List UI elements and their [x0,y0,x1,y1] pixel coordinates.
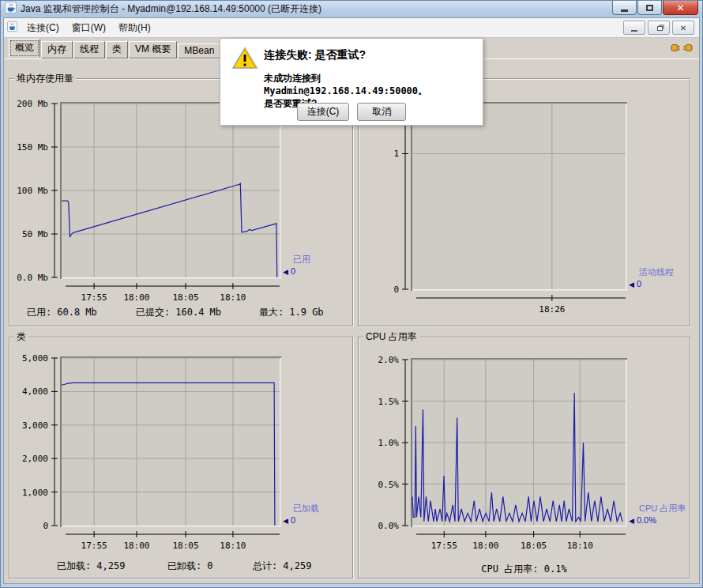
title-bar[interactable]: Java 监视和管理控制台 - Myadmin@192.168.14.49:50… [1,1,702,17]
cpu-chart-panel: CPU 占用率 2.0%1.5%1.0%0.5%0.0%17:5518:0018… [358,337,690,579]
disconnected-plug-icon[interactable] [671,42,693,57]
status-label: CPU 占用率: [481,564,538,575]
close-button[interactable]: ✕ [663,1,698,15]
status-value: 1.9 Gb [289,307,323,318]
tab-classes[interactable]: 类 [106,41,128,58]
frame-close-button[interactable]: ✕ [672,21,694,35]
status-label: 总计: [253,560,277,571]
y-tick-label: 1,000 [22,488,48,498]
warning-icon [231,47,258,74]
frame-minimize-button[interactable] [623,21,645,35]
x-tick-label: 18:00 [472,541,498,551]
status-value: 160.4 Mb [175,307,221,318]
menu-bar: 连接(C) 窗口(W) 帮助(H) ✕ [4,18,699,38]
overview-content: 堆内存使用量 200 Mb150 Mb100 Mb50 Mb0.0 Mb17:5… [4,58,699,583]
close-icon: ✕ [676,3,684,13]
status-label: 已卸载: [167,560,201,571]
x-tick-label: 18:00 [123,541,149,551]
y-tick-label: 0 [43,521,48,531]
dialog-target-address: Myadmin@192.168.14.49:50000 [264,85,418,96]
maximize-button[interactable] [637,1,662,15]
cpu-legend[interactable]: CPU 占用率 ◀0.0% [629,503,686,527]
y-tick-label: 1.0% [378,438,400,448]
classes-legend[interactable]: 已加载 ◀0 [283,503,319,527]
y-tick-label: 3,000 [22,420,48,431]
legend-label: 已加载 [293,503,319,514]
menu-connection[interactable]: 连接(C) [21,19,66,37]
tab-threads[interactable]: 线程 [73,41,105,58]
status-value: 0.1% [544,564,567,575]
threads-legend[interactable]: 活动线程 ◀0 [629,266,674,291]
plot-area [412,104,626,289]
legend-label: 已用 [293,254,310,266]
frame-restore-icon [657,26,663,31]
legend-value: 0 [637,279,641,288]
cancel-button[interactable]: 取消 [357,103,406,121]
tab-overview[interactable]: 概览 [9,39,40,58]
legend-label: 活动线程 [639,266,674,278]
legend-marker-icon: ◀ [283,517,288,525]
x-tick-label: 17:55 [81,541,107,551]
status-value: 60.8 Mb [57,307,97,318]
x-tick-label: 17:55 [81,292,107,303]
classes-chart-panel: 类 5,0004,0003,0002,0001,000017:5518:0018… [9,337,353,579]
x-tick-label: 18:00 [123,292,149,303]
dialog-title: 连接失败: 是否重试? [264,48,366,62]
status-value: 0 [207,560,212,571]
frame-minimize-icon [631,30,637,32]
minimize-icon [621,9,628,12]
java-frame-icon [7,21,17,35]
y-tick-label: 2,000 [22,454,48,464]
legend-value: 0 [291,515,295,525]
legend-label: CPU 占用率 [639,503,686,514]
maximize-icon [646,5,653,11]
status-value: 4,259 [283,560,311,571]
retry-dialog: 连接失败: 是否重试? 未成功连接到Myadmin@192.168.14.49:… [220,38,483,126]
minimize-button[interactable] [612,1,637,15]
status-label: 已提交: [136,307,170,318]
x-tick-label: 18:10 [567,541,593,551]
x-tick-label: 18:10 [220,541,246,551]
java-logo-icon [5,2,17,17]
legend-marker-icon: ◀ [629,517,634,525]
tab-mbean[interactable]: MBean [178,43,220,58]
x-tick-label: 18:05 [172,541,198,551]
legend-marker-icon: ◀ [629,281,634,288]
heap-legend[interactable]: 已用 ◀0 [283,254,310,278]
x-tick-label: 18:26 [539,304,565,315]
y-tick-label: 1.5% [378,397,400,407]
x-tick-label: 18:05 [172,292,198,303]
cpu-chart-canvas: 2.0%1.5%1.0%0.5%0.0%17:5518:0018:0518:10 [359,337,690,578]
y-tick-label: 4,000 [22,386,48,397]
x-tick-label: 18:05 [521,541,547,551]
window-title: Java 监视和管理控制台 - Myadmin@192.168.14.49:50… [21,2,321,16]
frame-restore-button[interactable] [648,21,670,35]
jconsole-window: Java 监视和管理控制台 - Myadmin@192.168.14.49:50… [0,0,703,588]
y-tick-label: 0.0 Mb [17,273,48,283]
tab-vm-summary[interactable]: VM 概要 [129,41,177,58]
retry-connect-button[interactable]: 连接(C) [297,103,350,121]
y-tick-label: 0.5% [378,480,400,490]
tab-memory[interactable]: 内存 [41,41,73,58]
status-label: 已加载: [57,560,91,571]
y-tick-label: 0.0% [378,521,400,531]
y-tick-label: 50 Mb [22,229,48,239]
menu-help[interactable]: 帮助(H) [112,19,157,37]
y-tick-label: 100 Mb [17,186,48,196]
status-label: 最大: [259,307,284,318]
y-tick-label: 5,000 [22,353,48,364]
y-tick-label: 150 Mb [17,142,48,153]
y-tick-label: 1 [393,149,399,159]
y-tick-label: 2.0% [378,355,400,365]
y-tick-label: 0 [393,285,399,295]
classes-chart-canvas: 5,0004,0003,0002,0001,000017:5518:0018:0… [9,337,352,578]
frame-close-icon: ✕ [680,24,686,32]
y-tick-label: 200 Mb [17,99,48,109]
x-tick-label: 18:10 [220,292,246,303]
x-tick-label: 17:55 [431,541,457,551]
legend-value: 0 [291,266,295,276]
legend-value: 0.0% [637,515,656,525]
cpu-status-row: CPU 占用率: 0.1% [359,563,690,576]
menu-window[interactable]: 窗口(W) [66,19,112,37]
status-label: 已用: [27,307,51,318]
